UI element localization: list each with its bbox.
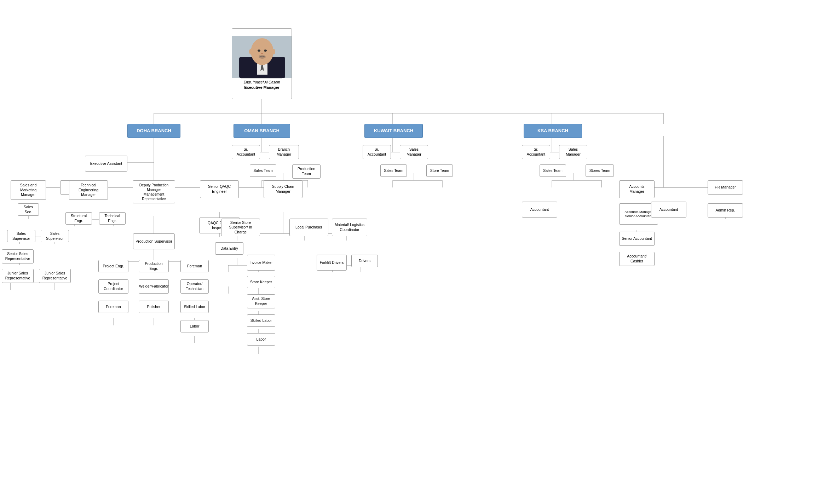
sales-sec: Sales Sec. <box>18 203 39 216</box>
polisher: Polisher <box>139 301 169 313</box>
hr-manager: HR Manager <box>708 180 743 195</box>
svg-point-110 <box>272 49 275 54</box>
store-keeper: Store Keeper <box>247 276 275 288</box>
production-engr: Production Engr. <box>139 260 169 272</box>
operator-technician: Operator/ Technician <box>180 279 209 294</box>
supply-chain-manager: Supply Chain Manager <box>264 180 303 198</box>
accountant-node-1: Accountant <box>522 202 557 218</box>
asst-store-keeper: Asst. Store Keeper <box>247 294 275 308</box>
sales-supervisor-1: Sales Supervisor <box>7 230 35 242</box>
svg-point-104 <box>251 38 273 65</box>
ksa-branch-header: KSA BRANCH <box>524 124 582 138</box>
technical-engr: Technical Engr. <box>99 212 126 225</box>
production-supervisor: Production Supervisor <box>133 233 175 249</box>
person-name: Engr. Yousef Al Qasem <box>243 80 280 85</box>
kuwait-branch-header: KUWAIT BRANCH <box>364 124 423 138</box>
kuwait-sales-manager: Sales Manager <box>400 145 428 159</box>
accounts-manager: Accounts Manager <box>619 180 655 198</box>
labor-right: Labor <box>180 320 209 332</box>
accountant-node-2: Accountant <box>651 202 686 218</box>
senior-sales-rep: Senior Sales Representative <box>2 249 34 263</box>
welder-fabricator: Welder/Fabricator <box>139 279 169 294</box>
oman-production-team: Production Team <box>292 164 321 179</box>
executive-assistant: Executive Assistant <box>85 156 127 172</box>
admin-rep: Admin Rep. <box>708 203 743 218</box>
forklift-drivers: Forklift Drivers <box>317 255 347 271</box>
local-purchaser: Local Purchaser <box>289 219 328 236</box>
svg-point-105 <box>258 50 260 52</box>
sales-supervisor-2: Sales Supervisor <box>41 230 69 242</box>
labor-center: Labor <box>247 333 275 346</box>
data-entry: Data Entry <box>215 242 243 255</box>
senior-store-supervisor: Senior Store Supervisor/ In Charge <box>221 219 260 236</box>
ksa-stores-team: Stores Team <box>586 164 614 177</box>
invoice-maker: Invoice Maker <box>247 255 275 271</box>
svg-point-107 <box>261 53 263 54</box>
deputy-production-manager: Deputy Production ManagerManagement Repr… <box>133 180 175 203</box>
person-name-area: Engr. Yousef Al Qasem Executive Manager <box>241 78 282 92</box>
accountant-cashier: Accountant/ Cashier <box>619 252 655 266</box>
ksa-sr-accountant: Sr. Accountant <box>522 145 550 159</box>
oman-sr-accountant: Sr. Accountant <box>232 145 260 159</box>
sales-marketing-manager: Sales and Marketing Manager <box>11 180 46 200</box>
foreman-right: Foreman <box>180 260 209 272</box>
project-engr: Project Engr. <box>98 260 128 272</box>
svg-point-106 <box>264 50 267 52</box>
technical-engineering-manager: Technical Engineering Manager <box>69 180 108 200</box>
kuwait-store-team: Store Team <box>426 164 453 177</box>
skilled-labor-right: Skilled Labor <box>180 301 209 313</box>
junior-sales-rep-1: Junior Sales Representative <box>2 269 34 283</box>
oman-branch-header: OMAN BRANCH <box>234 124 290 138</box>
foreman-left: Foreman <box>98 301 128 313</box>
kuwait-sr-accountant: Sr. Accountant <box>363 145 391 159</box>
oman-sales-team: Sales Team <box>250 164 276 177</box>
junior-sales-rep-2: Junior Sales Representative <box>39 269 71 283</box>
ksa-sales-manager: Sales Manager <box>559 145 587 159</box>
top-person: Engr. Yousef Al Qasem Executive Manager <box>232 28 292 99</box>
senior-qaqc-engineer: Senior QAQC Engineer <box>200 180 239 198</box>
drivers: Drivers <box>351 255 378 267</box>
oman-branch-manager: Branch Manager <box>269 145 299 159</box>
person-title: Executive Manager <box>243 85 280 90</box>
kuwait-sales-team: Sales Team <box>380 164 407 177</box>
material-logistics: Material/ Logistics Coordinator <box>332 219 367 236</box>
svg-point-108 <box>259 55 266 59</box>
ksa-sales-team: Sales Team <box>540 164 566 177</box>
svg-point-109 <box>249 49 253 54</box>
structural-engr: Structural Engr. <box>65 212 92 225</box>
project-coordinator: Project Coordinator <box>98 279 128 294</box>
org-chart: Engr. Yousef Al Qasem Executive Manager … <box>0 0 818 504</box>
person-avatar-svg <box>232 36 292 78</box>
person-photo <box>232 36 292 78</box>
senior-accountant: Senior Accountant <box>619 232 655 246</box>
doha-branch-header: DOHA BRANCH <box>127 124 180 138</box>
skilled-labor-center: Skilled Labor <box>247 314 275 327</box>
connectors <box>0 0 818 504</box>
